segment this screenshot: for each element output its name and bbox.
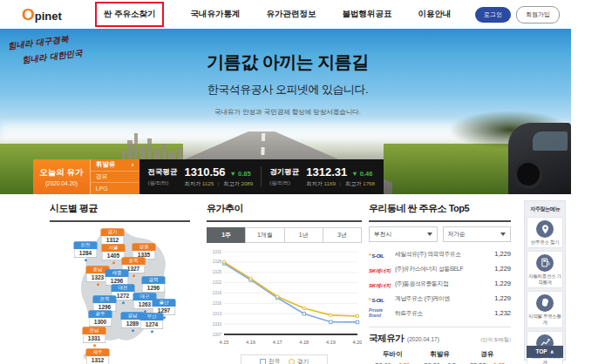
cheer-calligraphy: 힘내라 대구경북 힘내라 대한민국 xyxy=(7,30,84,70)
divider: | xyxy=(218,180,220,186)
station-row[interactable]: SK에너지 (주)유카스에너지 성동SELF 1,229 xyxy=(369,261,511,276)
hero-subtitle: 한국석유공사 오피넷에 있습니다. xyxy=(139,82,436,98)
svg-text:1307: 1307 xyxy=(213,333,222,337)
today-date: (2020.04.20) xyxy=(45,180,78,186)
tab-diesel[interactable]: 경유 xyxy=(91,172,139,184)
tab-3year[interactable]: 3년 xyxy=(323,227,362,243)
svg-text:4.16: 4.16 xyxy=(246,340,255,345)
map-badge-jeju[interactable]: 제주1312 xyxy=(86,348,110,364)
sort-dropdown-value: 저가순 xyxy=(444,230,466,239)
tab-1month[interactable]: 1개월 xyxy=(245,227,284,243)
station-row[interactable]: S-OIL 세일석유(주) 역곡역주유소 1,229 xyxy=(369,246,511,261)
map-badge-gyeongbuk[interactable]: 경북1296 xyxy=(142,276,166,293)
region-price: 1274 xyxy=(140,320,164,330)
low-price-label: 최저가 xyxy=(306,180,323,186)
legend-item: 전국 xyxy=(260,358,280,364)
trend-line-chart: 1331132813251322131913161313131013074.15… xyxy=(207,247,362,354)
region-name: 인천 xyxy=(74,241,98,249)
svg-text:1310: 1310 xyxy=(213,322,222,327)
price-unit: (원/리터) xyxy=(148,179,178,187)
title-underline xyxy=(50,220,190,222)
svg-text:1331: 1331 xyxy=(213,250,222,254)
section-title-top5: 우리동네 싼 주유소 Top5 xyxy=(369,202,511,215)
region-name: 광주 xyxy=(89,310,112,318)
city-dropdown[interactable]: 부천시 xyxy=(369,226,438,242)
high-price-label: 최고가 xyxy=(223,180,240,186)
hero-banner: 힘내라 대구경북 힘내라 대한민국 기름값 아끼는 지름길 한국석유공사 오피넷… xyxy=(0,29,571,194)
signup-button[interactable]: 회원가입 xyxy=(516,6,560,24)
nav-item-cheap-station-finder[interactable]: 싼 주유소찾기 xyxy=(95,2,165,27)
average-price-panel: 전국평균 (원/리터) 1310.56 ▼ 0.85 최저가 1125 | 최고… xyxy=(139,159,384,194)
car-image xyxy=(508,123,571,194)
chart-legend: 전국경기 xyxy=(241,354,328,364)
nav-item-domestic-price-stats[interactable]: 국내유가통계 xyxy=(190,9,240,20)
region-name: 강원 xyxy=(133,243,156,251)
gyeonggi-average-group: 경기평균 (원/리터) 1312.31 ▼ 0.46 최저가 1169 | 최고… xyxy=(269,165,375,188)
station-name: 계남주유소 (주)케이엔 xyxy=(395,294,491,303)
intl-unit: (단위:$/배럴) xyxy=(480,336,511,344)
low-price-label: 최저가 xyxy=(185,180,201,186)
price-unit: (원/리터) xyxy=(269,179,299,187)
top5-filters: 부천시 저가순 xyxy=(369,226,511,242)
svg-text:1325: 1325 xyxy=(213,270,222,274)
intl-gasoline: 휘발유 20.31▼0.5 xyxy=(416,350,463,364)
opinet-logo[interactable]: Opinet xyxy=(22,6,62,23)
tab-1week[interactable]: 1주 xyxy=(207,227,246,243)
international-oil-price-section: 국제유가 (2020.04.17) (단위:$/배럴) 두바이 20.61▲0.… xyxy=(369,327,511,364)
tab-gasoline-label: 휘발유 xyxy=(96,160,116,169)
station-price: 1,229 xyxy=(494,294,511,302)
station-row[interactable]: SK에너지 (주)동원석유중동지점 1,229 xyxy=(369,276,511,291)
region-average-label: 전국평균 xyxy=(148,167,178,178)
svg-text:4.20: 4.20 xyxy=(353,340,362,345)
hero-caption: 국내유가 안정과 국민경제 향상에 앞장서겠습니다. xyxy=(139,108,436,117)
section-title-sido: 시도별 평균 xyxy=(50,202,190,215)
region-price: 1296 xyxy=(142,284,166,293)
region-name: 제주 xyxy=(86,348,110,356)
region-price: 1284 xyxy=(74,249,98,259)
map-badge-busan[interactable]: 부산1274 xyxy=(140,313,164,329)
station-price: 1,229 xyxy=(494,280,511,287)
map-badge-incheon[interactable]: 인천1284 xyxy=(74,241,98,258)
logo-text: pinet xyxy=(35,10,62,23)
chevron-down-icon xyxy=(427,233,432,236)
station-name: 세일석유(주) 역곡역주유소 xyxy=(395,250,491,259)
login-button[interactable]: 로그인 xyxy=(475,7,511,23)
nav-item-price-info[interactable]: 유가관련정보 xyxy=(266,9,316,20)
map-badge-jeonnam[interactable]: 전남1331 xyxy=(83,327,106,343)
tab-gasoline[interactable]: 휘발유 › xyxy=(91,159,139,172)
intl-dubai: 두바이 20.61▲0.89 xyxy=(369,350,416,364)
nav-item-user-guide[interactable]: 이용안내 xyxy=(418,9,451,20)
svg-text:1319: 1319 xyxy=(213,291,222,295)
nav-item-illegal-acts[interactable]: 불법행위공표 xyxy=(342,9,391,20)
legend-marker xyxy=(260,359,266,364)
region-name: 전북 xyxy=(93,295,117,303)
hero-title: 기름값 아끼는 지름길 xyxy=(139,51,436,74)
gyeonggi-average-price: 1312.31 xyxy=(306,165,347,179)
station-price: 1,229 xyxy=(494,250,511,258)
quickmenu-regional-station-stats[interactable]: 지역별 주유소통계 xyxy=(527,291,563,328)
map-badge-gwangju[interactable]: 광주1300 xyxy=(89,310,112,327)
legend-label: 전국 xyxy=(269,358,280,364)
quickmenu-charging-price-stats[interactable]: 자동차충전소 가격통계 xyxy=(527,251,563,288)
region-name: 경기 xyxy=(101,228,125,236)
car-windshield xyxy=(533,131,568,151)
cheap-stations-top5-section: 우리동네 싼 주유소 Top5 부천시 저가순 S-OIL 세일석유(주) 역곡… xyxy=(369,202,511,364)
korea-map: 경기1312 인천1284 서울1405 강원1335 충북1327 충남132… xyxy=(50,226,190,364)
tab-1year[interactable]: 1년 xyxy=(284,227,323,243)
quickmenu-cheap-station-finder[interactable]: 싼주유소 찾기 xyxy=(527,217,563,248)
station-row[interactable]: Private Brand 하트주유소 1,232 xyxy=(369,306,511,320)
tab-lpg[interactable]: LPG xyxy=(91,183,139,194)
map-badge-gyeonggi[interactable]: 경기1312 xyxy=(101,228,125,245)
chevron-right-icon: › xyxy=(132,161,134,169)
region-name: 경북 xyxy=(142,276,166,284)
scroll-to-top-button[interactable]: TOP xyxy=(527,346,563,358)
sort-dropdown[interactable]: 저가순 xyxy=(443,226,512,242)
station-row[interactable]: S-OIL 계남주유소 (주)케이엔 1,229 xyxy=(369,291,511,306)
fuel-type-tabs: 휘발유 › 경유 LPG xyxy=(90,159,139,194)
station-name: (주)동원석유중동지점 xyxy=(395,280,491,288)
city-dropdown-value: 부천시 xyxy=(370,230,391,239)
region-price: 1331 xyxy=(83,334,106,344)
national-average-group: 전국평균 (원/리터) 1310.56 ▼ 0.85 최저가 1125 | 최고… xyxy=(148,165,254,188)
title-underline xyxy=(369,220,511,222)
region-name: 전남 xyxy=(83,327,106,334)
